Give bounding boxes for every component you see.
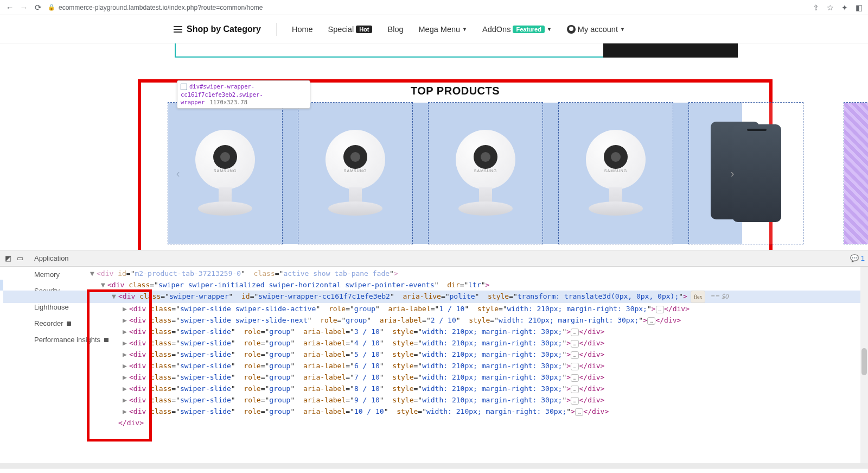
browser-toolbar: ← → ⟳ 🔒 ecommerce-playground.lambdatest.… <box>0 0 868 15</box>
shop-by-category-label: Shop by Category <box>187 24 261 34</box>
dom-line[interactable]: ▶<div class="swiper-slide swiper-slide-a… <box>3 303 868 314</box>
nav-addons[interactable]: AddOns Featured ▼ <box>482 25 552 34</box>
elements-dom-tree[interactable]: ▼<div id="m2-product-tab-37213259-0" cla… <box>0 267 868 463</box>
hot-badge: Hot <box>356 26 372 33</box>
dom-line[interactable]: ▶<div class="swiper-slide" role="group" … <box>3 349 868 360</box>
dom-line[interactable]: ▼<div class="swiper swiper-initialized s… <box>3 279 868 291</box>
device-toolbar-icon[interactable]: ▭ <box>15 254 25 262</box>
share-icon[interactable]: ⇪ <box>813 3 819 12</box>
phone-product-icon <box>711 122 781 225</box>
dom-line[interactable]: ▶<div class="swiper-slide" role="group" … <box>3 337 868 349</box>
nav-home[interactable]: Home <box>292 25 313 34</box>
scrollbar[interactable] <box>860 267 868 463</box>
extensions-icon[interactable]: ✦ <box>841 3 848 12</box>
address-bar[interactable]: 🔒 ecommerce-playground.lambdatest.io/ind… <box>48 4 263 11</box>
product-slide[interactable]: SAMSUNG <box>168 103 282 244</box>
product-slide[interactable]: SAMSUNG <box>298 103 412 244</box>
status-bar <box>0 463 868 469</box>
breadcrumb-gutter <box>0 280 3 291</box>
camera-product-icon: SAMSUNG <box>317 124 393 222</box>
camera-product-icon: SAMSUNG <box>187 124 263 222</box>
inspect-tooltip-icon <box>181 84 187 90</box>
dom-line[interactable]: ▶<div class="swiper-slide" role="group" … <box>3 360 868 371</box>
caret-down-icon: ▼ <box>462 27 467 32</box>
carousel: ‹ SAMSUNG SAMSUNG SAMSUNG SAMSUNG › <box>141 103 769 244</box>
forward-icon[interactable]: → <box>20 3 28 12</box>
star-icon[interactable]: ☆ <box>827 3 834 12</box>
devtools-messages[interactable]: 💬 1 <box>850 254 865 262</box>
tooltip-dimensions: 1170×323.78 <box>209 99 247 105</box>
caret-down-icon: ▼ <box>620 27 625 32</box>
overflow-hatch <box>844 103 868 244</box>
dom-line[interactable]: ▶<div class="swiper-slide" role="group" … <box>3 394 868 406</box>
back-icon[interactable]: ← <box>5 3 14 12</box>
inspect-element-icon[interactable]: ◩ <box>3 254 13 262</box>
dark-banner <box>603 43 738 58</box>
caret-down-icon: ▼ <box>547 27 552 32</box>
featured-badge: Featured <box>513 26 544 33</box>
dom-line[interactable]: ▶<div class="swiper-slide swiper-slide-n… <box>3 314 868 326</box>
hamburger-icon <box>174 29 182 30</box>
dom-line[interactable]: ▶<div class="swiper-slide" role="group" … <box>3 406 868 417</box>
dom-line[interactable]: ▶<div class="swiper-slide" role="group" … <box>3 383 868 394</box>
dom-line[interactable]: ▶<div class="swiper-slide" role="group" … <box>3 326 868 337</box>
devtools-tab-application[interactable]: Application <box>27 250 116 267</box>
nav-blog[interactable]: Blog <box>387 25 403 34</box>
dom-line[interactable]: </div> <box>3 417 868 428</box>
reload-icon[interactable]: ⟳ <box>34 3 42 12</box>
dom-line[interactable]: ▼<div id="m2-product-tab-37213259-0" cla… <box>3 268 868 279</box>
dom-line[interactable]: ▼<div class="swiper-wrapper" id="swiper-… <box>3 291 868 303</box>
devtools-tabs: ◩ ▭ ElementsConsoleSourcesNetworkPerform… <box>0 250 868 267</box>
highlighted-region: div#swiper-wrapper-cc161f7c1efe3eb2.swip… <box>138 79 773 250</box>
nav-my-account[interactable]: My account▼ <box>567 25 625 34</box>
panel-icon[interactable]: ◧ <box>856 3 863 12</box>
carousel-next[interactable]: › <box>726 167 739 180</box>
product-slide[interactable]: SAMSUNG <box>429 103 542 244</box>
camera-product-icon: SAMSUNG <box>578 124 654 222</box>
element-inspect-tooltip: div#swiper-wrapper-cc161f7c1efe3eb2.swip… <box>177 80 310 109</box>
nav-mega-menu[interactable]: Mega Menu▼ <box>419 25 468 34</box>
camera-product-icon: SAMSUNG <box>448 124 524 222</box>
dom-line[interactable]: ▶<div class="swiper-slide" role="group" … <box>3 371 868 383</box>
url-text: ecommerce-playground.lambdatest.io/index… <box>59 4 263 11</box>
shop-by-category[interactable]: Shop by Category <box>174 24 261 34</box>
swiper-wrapper[interactable]: SAMSUNG SAMSUNG SAMSUNG SAMSUNG <box>168 103 742 244</box>
lock-icon: 🔒 <box>48 4 55 11</box>
user-icon <box>567 25 576 34</box>
devtools: ◩ ▭ ElementsConsoleSourcesNetworkPerform… <box>0 250 868 469</box>
page-content: div#swiper-wrapper-cc161f7c1efe3eb2.swip… <box>0 43 868 250</box>
product-slide[interactable]: SAMSUNG <box>559 103 673 244</box>
nav-special[interactable]: Special Hot <box>328 25 373 34</box>
nav-separator <box>276 23 277 36</box>
product-slide[interactable] <box>689 103 803 244</box>
site-nav: Shop by Category Home Special Hot Blog M… <box>0 15 868 43</box>
